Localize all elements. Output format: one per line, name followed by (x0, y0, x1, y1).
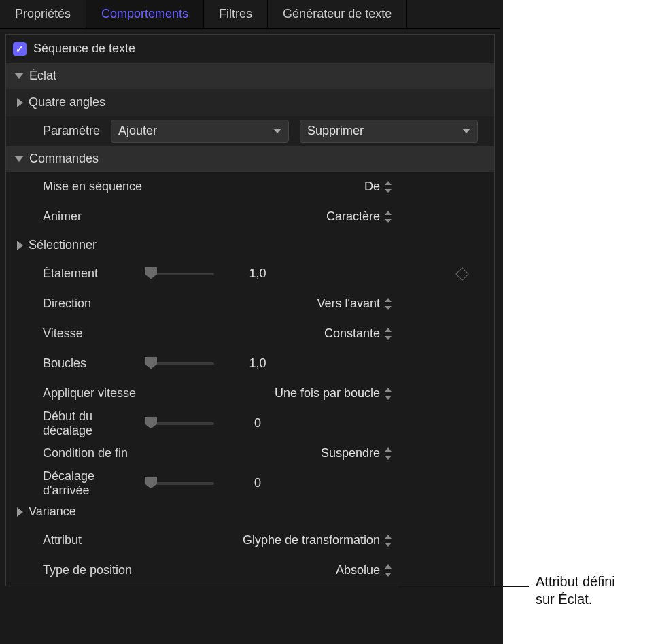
stepper-icon[interactable] (384, 211, 392, 223)
chevron-down-icon (14, 73, 24, 79)
position-type-label: Type de position (13, 563, 132, 577)
annotation-line2: sur Éclat. (536, 590, 615, 608)
behavior-title: Séquence de texte (33, 41, 135, 56)
annotation-text: Attribut défini sur Éclat. (536, 573, 615, 608)
sequencing-value[interactable]: De (364, 180, 380, 194)
start-offset-row: Début du décalage 0 (6, 409, 494, 439)
commands-label: Commandes (29, 152, 99, 166)
variance-group-header[interactable]: Variance (6, 498, 494, 526)
tab-properties[interactable]: Propriétés (0, 0, 86, 28)
position-type-value[interactable]: Absolue (336, 563, 380, 577)
chevron-right-icon (17, 98, 23, 107)
speed-value[interactable]: Constante (324, 326, 380, 341)
parameter-add-select[interactable]: Ajouter (111, 120, 289, 143)
apply-speed-value[interactable]: Une fois par boucle (275, 386, 380, 401)
end-offset-row: Décalage d'arrivée 0 (6, 469, 494, 498)
callout-line (398, 586, 529, 587)
end-condition-row: Condition de fin Suspendre (6, 439, 494, 469)
inspector-body: ✓ Séquence de texte Éclat Quatre angles … (5, 34, 495, 586)
chevron-right-icon (17, 241, 23, 250)
parameter-add-value: Ajouter (118, 124, 157, 138)
direction-value[interactable]: Vers l'avant (317, 296, 381, 311)
spread-slider[interactable] (149, 273, 214, 275)
sequencing-row: Mise en séquence De (6, 172, 494, 202)
select-group-header[interactable]: Sélectionner (6, 232, 494, 259)
end-offset-slider[interactable] (149, 482, 214, 485)
apply-speed-label: Appliquer vitesse (13, 386, 136, 401)
animate-value[interactable]: Caractère (326, 209, 380, 224)
behavior-enable-checkbox[interactable]: ✓ (13, 42, 27, 56)
inspector-tabs: Propriétés Comportements Filtres Générat… (0, 0, 500, 29)
chevron-down-icon (462, 129, 470, 133)
four-corners-label: Quatre angles (29, 95, 105, 109)
animate-row: Animer Caractère (6, 202, 494, 232)
parameter-label: Paramètre (13, 124, 100, 138)
animate-label: Animer (13, 209, 82, 224)
stepper-icon[interactable] (384, 447, 392, 460)
end-offset-label: Décalage d'arrivée (13, 469, 135, 498)
start-offset-slider[interactable] (149, 422, 214, 425)
sequencing-label: Mise en séquence (13, 180, 142, 194)
slider-thumb-icon[interactable] (145, 357, 157, 369)
variance-group-label: Variance (29, 505, 76, 519)
apply-speed-row: Appliquer vitesse Une fois par boucle (6, 379, 494, 409)
attribute-row: Attribut Glyphe de transformation (6, 526, 494, 556)
stepper-icon[interactable] (384, 181, 392, 193)
loops-row: Boucles 1,0 (6, 349, 494, 379)
chevron-down-icon (273, 129, 281, 133)
tab-filters[interactable]: Filtres (204, 0, 268, 28)
speed-row: Vitesse Constante (6, 319, 494, 349)
tab-behaviors[interactable]: Comportements (86, 0, 204, 28)
end-condition-label: Condition de fin (13, 446, 128, 460)
four-corners-group-header[interactable]: Quatre angles (6, 89, 494, 116)
spread-label: Étalement (13, 267, 135, 281)
chevron-down-icon (14, 156, 24, 162)
keyframe-icon[interactable] (455, 267, 469, 281)
direction-label: Direction (13, 296, 91, 311)
loops-value[interactable]: 1,0 (230, 356, 285, 371)
glow-group-label: Éclat (29, 69, 56, 83)
parameter-remove-select[interactable]: Supprimer (300, 120, 478, 143)
glow-group-header[interactable]: Éclat (6, 63, 494, 89)
spread-row: Étalement 1,0 (6, 259, 494, 289)
inspector-panel: Propriétés Comportements Filtres Générat… (0, 0, 500, 586)
direction-row: Direction Vers l'avant (6, 289, 494, 319)
parameter-remove-value: Supprimer (307, 124, 364, 138)
end-condition-value[interactable]: Suspendre (321, 446, 380, 460)
tab-text-generator[interactable]: Générateur de texte (268, 0, 407, 28)
start-offset-label: Début du décalage (13, 409, 135, 438)
stepper-icon[interactable] (384, 298, 392, 310)
attribute-label: Attribut (13, 533, 82, 547)
attribute-value[interactable]: Glyphe de transformation (243, 533, 380, 547)
slider-thumb-icon[interactable] (145, 417, 157, 429)
spread-value[interactable]: 1,0 (230, 267, 285, 281)
loops-slider[interactable] (149, 362, 214, 365)
slider-thumb-icon[interactable] (145, 477, 157, 489)
position-type-row: Type de position Absolue (6, 556, 494, 586)
stepper-icon[interactable] (384, 328, 392, 340)
stepper-icon[interactable] (384, 388, 392, 400)
parameter-row: Paramètre Ajouter Supprimer (6, 116, 494, 146)
start-offset-value[interactable]: 0 (230, 416, 285, 430)
stepper-icon[interactable] (384, 535, 392, 547)
speed-label: Vitesse (13, 326, 83, 341)
chevron-right-icon (17, 507, 23, 517)
slider-thumb-icon[interactable] (145, 267, 157, 279)
behavior-header: ✓ Séquence de texte (6, 35, 494, 63)
annotation-line1: Attribut défini (536, 573, 615, 590)
end-offset-value[interactable]: 0 (230, 476, 285, 490)
commands-group-header[interactable]: Commandes (6, 146, 494, 172)
loops-label: Boucles (13, 356, 135, 371)
select-group-label: Sélectionner (29, 238, 97, 252)
stepper-icon[interactable] (384, 564, 392, 577)
